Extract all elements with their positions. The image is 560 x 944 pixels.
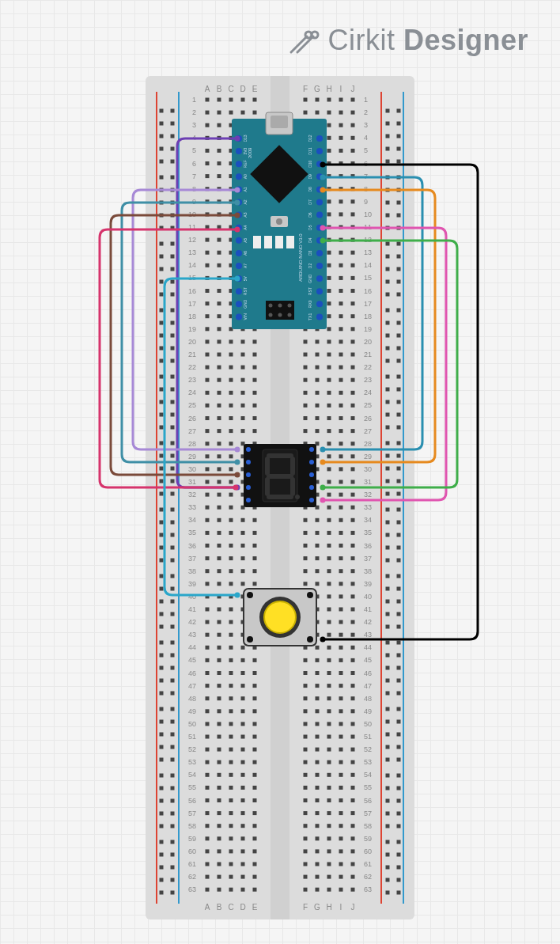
logo-icon [286,24,320,57]
logo-brand-2: Designer [403,24,528,56]
breadboard-gutter [271,76,289,919]
breadboard [146,76,414,919]
app-logo: Cirkit Designer [286,24,528,57]
svg-point-3 [312,32,318,38]
logo-text: Cirkit Designer [327,24,528,57]
logo-brand-1: Cirkit [327,24,395,56]
